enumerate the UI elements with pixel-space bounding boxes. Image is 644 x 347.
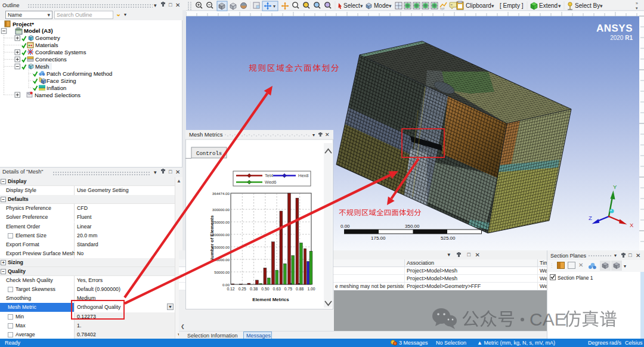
svg-text:CAE: CAE [530, 309, 566, 329]
